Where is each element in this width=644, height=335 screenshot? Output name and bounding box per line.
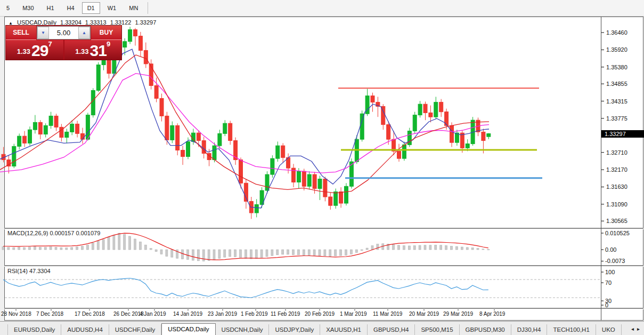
candle-body-bull (487, 134, 491, 137)
chart-tab-tech100[interactable]: TECH100,H1 (547, 324, 596, 335)
candle-body-bull (33, 122, 37, 130)
candle-body-bear (482, 132, 485, 140)
date-axis-label: 14 Jan 2019 (173, 311, 202, 317)
macd-histogram-bar (403, 246, 405, 250)
candle-body-bull (170, 125, 174, 140)
macd-histogram-bar (71, 248, 73, 250)
macd-histogram-bar (234, 250, 237, 257)
ask-price-pipette: 9 (107, 41, 110, 47)
macd-histogram-bar (55, 247, 57, 250)
macd-histogram-bar (18, 247, 20, 250)
candle-body-bull (70, 124, 74, 132)
macd-histogram-bar (23, 248, 26, 250)
macd-axis-label: 0.010525 (605, 230, 630, 236)
candle-body-bear (397, 151, 401, 158)
date-axis-label: 28 Nov 2018 (1, 311, 31, 317)
sell-button[interactable]: SELL (6, 26, 36, 40)
date-axis-label: 1 Feb 2019 (241, 311, 268, 317)
candle-body-bull (271, 158, 274, 174)
tab-scroll-right-icon[interactable]: ▸ (637, 326, 640, 332)
chart-tab-usdjpy[interactable]: USDJPY,Daily (269, 324, 320, 335)
chart-tab-eurusd[interactable]: EURUSD,Daily (7, 324, 61, 335)
ask-price-prefix: 1.33 (75, 45, 88, 59)
macd-histogram-bar (482, 249, 484, 250)
chart-tab-gbpusd[interactable]: GBPUSD,H4 (368, 324, 415, 335)
candle-body-bull (28, 130, 32, 143)
macd-histogram-bar (335, 250, 337, 256)
buy-button[interactable]: BUY (91, 26, 121, 40)
macd-histogram-bar (461, 247, 463, 250)
candle-body-bull (297, 171, 300, 182)
chart-tab-usdchf[interactable]: USDCHF,Daily (109, 324, 161, 335)
chart-tab-sp500[interactable]: SP500,M15 (415, 324, 459, 335)
rsi-pane-separator[interactable] (4, 265, 643, 267)
macd-histogram-bar (413, 246, 415, 250)
macd-histogram-bar (39, 247, 41, 250)
candle-body-bull (434, 102, 438, 117)
chart-tab-xauusd[interactable]: XAUUSD,H1 (320, 324, 368, 335)
volume-spinner: ▼ 5.00 ▲ (37, 26, 91, 39)
bid-price-display[interactable]: 1.33 29 7 (6, 40, 63, 60)
macd-histogram-bar (324, 250, 326, 256)
volume-decrease-button[interactable]: ▼ (37, 27, 49, 39)
macd-histogram-bar (340, 250, 342, 256)
macd-histogram-bar (308, 250, 310, 255)
chart-tab-dj30[interactable]: DJ30,H4 (511, 324, 548, 335)
macd-histogram-bar (319, 250, 321, 256)
bid-price-prefix: 1.33 (17, 45, 30, 59)
macd-histogram-bar (292, 250, 295, 254)
macd-pane-separator[interactable] (4, 228, 643, 229)
candle-body-bull (186, 141, 190, 156)
macd-histogram-bar (276, 250, 279, 255)
date-axis-label: 8 Apr 2019 (479, 311, 505, 317)
date-axis-label: 11 Feb 2019 (271, 311, 300, 317)
candle-body-bear (138, 36, 142, 51)
volume-input[interactable]: 5.00 (49, 27, 78, 39)
macd-histogram-bar (118, 233, 120, 250)
price-axis-label: 1.35380 (606, 64, 627, 70)
date-axis-label: 17 Dec 2018 (75, 311, 105, 317)
macd-histogram-bar (182, 250, 184, 259)
candle-body-bear (423, 104, 427, 113)
ask-price-display[interactable]: 1.33 31 9 (64, 40, 122, 60)
macd-histogram-bar (393, 245, 395, 250)
macd-histogram-bar (282, 250, 284, 254)
macd-histogram-bar (440, 245, 442, 250)
candle-body-bull (318, 179, 322, 188)
rsi-axis-label: 100 (605, 269, 615, 275)
candle-body-bear (160, 98, 164, 116)
tab-scroll-left-icon[interactable]: ◂ (631, 326, 634, 332)
volume-increase-button[interactable]: ▲ (78, 27, 90, 39)
macd-histogram-bar (350, 250, 352, 254)
candle-body-bear (429, 113, 433, 117)
macd-histogram-bar (419, 245, 421, 250)
candle-body-bear (165, 116, 169, 140)
candle-body-bear (329, 197, 332, 205)
macd-histogram-bar (150, 249, 152, 250)
candle-body-bull (402, 145, 406, 158)
rsi-axis-label: 70 (605, 280, 612, 286)
price-axis-label: 1.31630 (606, 184, 627, 190)
price-axis-label: 1.35920 (606, 46, 627, 53)
chart-tab-usdcnh[interactable]: USDCNH,Daily (216, 324, 270, 335)
macd-histogram-bar (255, 250, 257, 258)
macd-histogram-bar (81, 246, 84, 250)
chart-tab-gbpusd[interactable]: GBPUSD,M30 (460, 324, 511, 335)
price-axis-divider (601, 17, 601, 321)
macd-histogram-bar (250, 250, 252, 259)
chart-tab-audusd[interactable]: AUDUSD,H4 (61, 324, 109, 335)
chart-tab-uko[interactable]: UKO (596, 324, 622, 335)
candle-body-bull (255, 204, 258, 213)
chart-tab-usdcad[interactable]: USDCAD,Daily (161, 323, 215, 335)
candle-body-bear (134, 30, 137, 36)
macd-histogram-bar (229, 250, 231, 257)
candle-body-bull (96, 65, 100, 91)
macd-histogram-bar (408, 246, 410, 250)
macd-histogram-bar (144, 245, 146, 250)
macd-histogram-bar (260, 250, 263, 258)
candle-body-bull (413, 115, 417, 131)
ohlc-close: 1.33297 (135, 19, 157, 26)
macd-histogram-bar (271, 250, 273, 256)
macd-histogram-bar (466, 248, 468, 250)
macd-histogram-bar (398, 245, 400, 250)
